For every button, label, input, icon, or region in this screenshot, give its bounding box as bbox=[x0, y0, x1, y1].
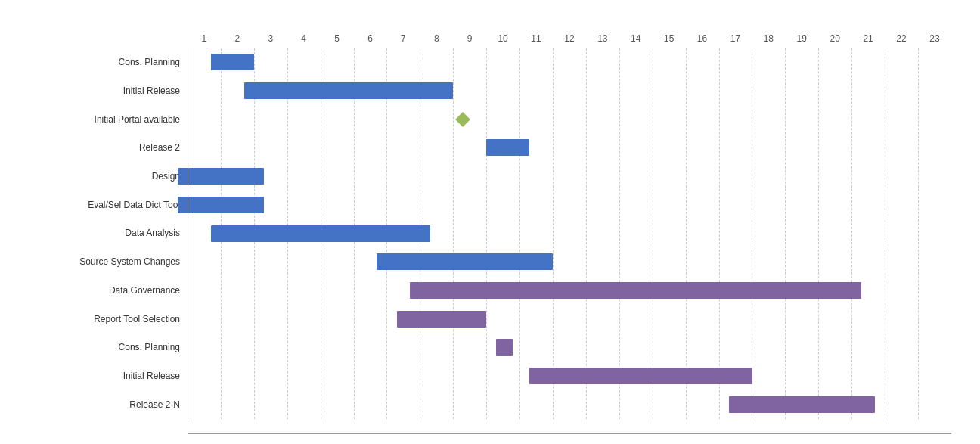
axis-label-23: 23 bbox=[918, 33, 951, 48]
axis-label-14: 14 bbox=[619, 33, 653, 48]
axis-label-2: 2 bbox=[221, 33, 254, 48]
bars-area bbox=[188, 48, 951, 419]
row-labels: Cons. PlanningInitial ReleaseInitial Por… bbox=[14, 48, 188, 419]
axis-label-17: 17 bbox=[719, 33, 752, 48]
y-axis-line bbox=[188, 48, 188, 419]
grid-line-18 bbox=[752, 48, 785, 419]
x-axis-line bbox=[188, 433, 951, 434]
axis-label-18: 18 bbox=[752, 33, 785, 48]
grid-line-22 bbox=[885, 48, 918, 419]
bar-12 bbox=[729, 396, 875, 413]
bar-6 bbox=[211, 225, 430, 242]
grid-line-11 bbox=[519, 48, 553, 419]
grid-line-23 bbox=[918, 48, 951, 419]
row-label-11: Initial Release bbox=[14, 362, 188, 390]
grid-line-17 bbox=[719, 48, 752, 419]
row-label-12: Release 2-N bbox=[14, 390, 188, 419]
axis-label-3: 3 bbox=[254, 33, 287, 48]
row-label-10: Cons. Planning bbox=[14, 333, 188, 362]
row-label-0: Cons. Planning bbox=[14, 48, 188, 77]
row-label-4: Design bbox=[14, 162, 188, 191]
axis-label-21: 21 bbox=[851, 33, 885, 48]
row-label-2: Initial Portal available bbox=[14, 105, 188, 134]
axis-label-11: 11 bbox=[519, 33, 553, 48]
bar-9 bbox=[397, 311, 487, 328]
row-label-7: Source System Changes bbox=[14, 247, 188, 276]
grid-line-19 bbox=[785, 48, 818, 419]
axis-label-10: 10 bbox=[486, 33, 519, 48]
bar-11 bbox=[529, 368, 752, 384]
axis-label-9: 9 bbox=[453, 33, 486, 48]
axis-label-19: 19 bbox=[785, 33, 818, 48]
row-label-8: Data Governance bbox=[14, 276, 188, 305]
grid-line-9 bbox=[453, 48, 486, 419]
grid-line-10 bbox=[486, 48, 519, 419]
bar-7 bbox=[377, 253, 553, 270]
grid-line-20 bbox=[818, 48, 851, 419]
bar-1 bbox=[244, 82, 454, 99]
axis-label-1: 1 bbox=[188, 33, 221, 48]
grid-line-21 bbox=[851, 48, 885, 419]
axis-label-6: 6 bbox=[354, 33, 387, 48]
row-label-9: Report Tool Selection bbox=[14, 305, 188, 334]
axis-label-7: 7 bbox=[386, 33, 420, 48]
grid-line-14 bbox=[619, 48, 653, 419]
row-label-1: Initial Release bbox=[14, 76, 188, 105]
row-label-6: Data Analysis bbox=[14, 219, 188, 248]
diamond-2 bbox=[456, 112, 471, 127]
bar-10 bbox=[496, 339, 513, 356]
axis-label-8: 8 bbox=[420, 33, 453, 48]
axis-label-22: 22 bbox=[885, 33, 918, 48]
bar-8 bbox=[410, 282, 861, 299]
row-label-3: Release 2 bbox=[14, 134, 188, 163]
axis-label-13: 13 bbox=[586, 33, 619, 48]
axis-label-5: 5 bbox=[321, 33, 354, 48]
bar-4 bbox=[178, 168, 264, 185]
grid-line-15 bbox=[653, 48, 686, 419]
grid-line-13 bbox=[586, 48, 619, 419]
x-axis-labels: 1234567891011121314151617181920212223 bbox=[188, 33, 951, 48]
axis-label-16: 16 bbox=[686, 33, 719, 48]
axis-label-4: 4 bbox=[287, 33, 321, 48]
bar-5 bbox=[178, 197, 264, 213]
grid-line-16 bbox=[686, 48, 719, 419]
row-label-5: Eval/Sel Data Dict Tool bbox=[14, 191, 188, 219]
grid-line-12 bbox=[553, 48, 586, 419]
bar-0 bbox=[211, 54, 254, 70]
axis-label-12: 12 bbox=[553, 33, 586, 48]
axis-label-20: 20 bbox=[818, 33, 851, 48]
axis-label-15: 15 bbox=[653, 33, 686, 48]
bar-3 bbox=[486, 139, 529, 156]
chart-container: 1234567891011121314151617181920212223 Co… bbox=[14, 11, 966, 434]
